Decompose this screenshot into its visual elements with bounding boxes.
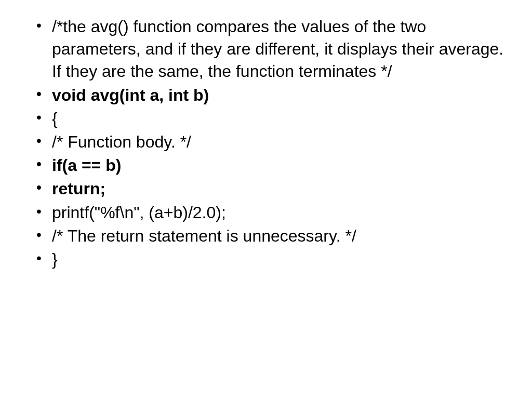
list-item: } [26, 248, 506, 271]
bullet-text: void avg(int a, int b) [52, 86, 209, 104]
list-item: return; [26, 178, 506, 200]
list-item: { [26, 108, 506, 130]
list-item: /*the avg() function compares the values… [26, 16, 506, 83]
list-item: if(a == b) [26, 154, 506, 177]
list-item: /* Function body. */ [26, 131, 506, 153]
bullet-text: /*the avg() function compares the values… [52, 17, 503, 81]
list-item: printf("%f\n", (a+b)/2.0); [26, 202, 506, 224]
bullet-text: printf("%f\n", (a+b)/2.0); [52, 203, 226, 222]
bullet-list: /*the avg() function compares the values… [26, 16, 506, 271]
list-item: void avg(int a, int b) [26, 84, 506, 107]
bullet-text: { [52, 109, 58, 128]
bullet-text: /* The return statement is unnecessary. … [52, 227, 356, 245]
bullet-text: } [52, 250, 58, 269]
list-item: /* The return statement is unnecessary. … [26, 225, 506, 247]
bullet-text: return; [52, 179, 105, 198]
bullet-text: /* Function body. */ [52, 132, 191, 151]
bullet-text: if(a == b) [52, 156, 121, 175]
